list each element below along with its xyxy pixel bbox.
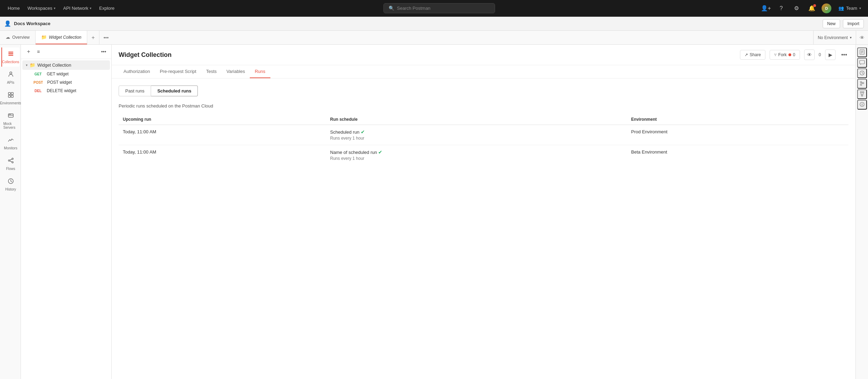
svg-rect-7 xyxy=(11,95,13,97)
svg-point-28 xyxy=(860,91,862,93)
fork-label: Fork xyxy=(778,52,787,57)
overview-tab[interactable]: ☁ Overview xyxy=(0,31,36,44)
apis-icon xyxy=(7,71,14,80)
collection-title: Widget Collection xyxy=(119,51,736,59)
collection-tab[interactable]: 📁 Widget Collection xyxy=(36,31,87,44)
team-label: Team xyxy=(846,6,857,11)
left-icon-bar: Collections APIs Environments xyxy=(0,45,21,379)
variables-tab[interactable]: Variables xyxy=(222,65,250,78)
settings-button[interactable]: ⚙ xyxy=(791,3,802,14)
collection-name: Widget Collection xyxy=(37,63,71,68)
overview-tab-label: Overview xyxy=(12,35,30,40)
request-item-delete-widget[interactable]: DEL DELETE widget xyxy=(22,87,110,95)
collections-icon xyxy=(7,50,14,59)
add-collection-button[interactable]: + xyxy=(24,47,33,56)
new-button[interactable]: New xyxy=(823,19,840,28)
gear-icon: ⚙ xyxy=(794,5,799,12)
svg-rect-8 xyxy=(8,114,13,117)
home-label: Home xyxy=(8,6,20,11)
upcoming-run-column-header: Upcoming run xyxy=(119,114,326,125)
runs-tab[interactable]: Runs xyxy=(250,65,270,78)
scheduled-run-name-2: Name of scheduled run xyxy=(330,150,377,155)
run-row-2-env: Beta Environment xyxy=(627,145,848,165)
team-button[interactable]: 👥 Team ▾ xyxy=(836,4,864,12)
env-label: No Environment xyxy=(818,35,848,40)
invite-button[interactable]: 👤+ xyxy=(760,3,771,14)
workspace-icon: 👤 xyxy=(4,20,11,27)
sidebar-item-collections[interactable]: Collections xyxy=(1,47,20,67)
branch-icon xyxy=(859,81,865,87)
request-item-post-widget[interactable]: POST POST widget xyxy=(22,78,110,87)
eye-icon: 👁 xyxy=(860,35,865,40)
collection-tab-label: Widget Collection xyxy=(49,35,81,40)
team-chevron-icon: ▾ xyxy=(859,6,861,10)
notifications-button[interactable]: 🔔 xyxy=(806,3,817,14)
sidebar-item-apis[interactable]: APIs xyxy=(1,68,20,87)
avatar: D xyxy=(822,3,831,13)
get-widget-label: GET widget xyxy=(47,72,68,76)
collection-header: Widget Collection ↗ Share ⑂ Fork 0 👁 0 ▶… xyxy=(112,45,855,65)
right-fork-button[interactable] xyxy=(857,89,867,99)
explore-button[interactable]: Explore xyxy=(96,3,118,13)
right-info-button[interactable] xyxy=(857,100,867,110)
filter-button[interactable]: ≡ xyxy=(34,47,43,56)
mock-servers-icon xyxy=(7,112,14,121)
docs-icon xyxy=(859,49,865,56)
env-chevron-icon: ▾ xyxy=(850,36,852,39)
monitors-label: Monitors xyxy=(4,146,17,150)
runs-description: Periodic runs scheduled on the Postman C… xyxy=(119,103,848,109)
fork-button[interactable]: ⑂ Fork 0 xyxy=(770,50,800,60)
flows-label: Flows xyxy=(6,167,15,171)
invite-icon: 👤+ xyxy=(761,5,771,12)
run-button[interactable]: ▶ xyxy=(825,50,836,60)
collection-tree: ▾ 📁 Widget Collection GET GET widget POS… xyxy=(21,59,111,379)
run-row-2-schedule: Name of scheduled run ✔ Runs every 1 hou… xyxy=(326,145,627,165)
sidebar-item-monitors[interactable]: Monitors xyxy=(1,134,20,153)
add-tab-button[interactable]: + xyxy=(87,31,99,44)
api-network-button[interactable]: API Network ▾ xyxy=(60,3,95,13)
request-item-get-widget[interactable]: GET GET widget xyxy=(22,70,110,78)
share-button[interactable]: ↗ Share xyxy=(740,50,765,60)
right-branch-button[interactable] xyxy=(857,79,867,89)
environment-column-header: Environment xyxy=(627,114,848,125)
panel-more-button[interactable]: ••• xyxy=(99,47,108,56)
get-method-badge: GET xyxy=(32,72,44,76)
runs-toggle: Past runs Scheduled runs xyxy=(119,86,848,96)
help-button[interactable]: ? xyxy=(776,3,787,14)
sidebar-item-flows[interactable]: Flows xyxy=(1,154,20,173)
view-button[interactable]: 👁 xyxy=(804,50,815,60)
sidebar-item-environments[interactable]: Environments xyxy=(1,89,20,108)
runs-content: Past runs Scheduled runs Periodic runs s… xyxy=(112,79,855,379)
right-history-button[interactable] xyxy=(857,68,867,78)
home-button[interactable]: Home xyxy=(4,3,23,13)
scheduled-run-name: Scheduled run xyxy=(330,129,359,135)
workspaces-chevron-icon: ▾ xyxy=(54,6,55,10)
env-eye-button[interactable]: 👁 xyxy=(856,31,868,44)
search-bar[interactable]: 🔍 xyxy=(383,3,495,13)
collection-more-button[interactable]: ••• xyxy=(840,52,848,58)
tab-more-button[interactable]: ••• xyxy=(99,31,113,44)
delete-widget-label: DELETE widget xyxy=(47,88,76,93)
fork-icon: ⑂ xyxy=(774,52,777,57)
history-icon xyxy=(7,178,14,186)
search-input[interactable] xyxy=(397,6,490,11)
right-comments-button[interactable] xyxy=(857,58,867,68)
right-docs-button[interactable] xyxy=(857,47,867,57)
pre-request-script-tab[interactable]: Pre-request Script xyxy=(155,65,201,78)
post-widget-label: POST widget xyxy=(47,80,72,85)
top-nav: Home Workspaces ▾ API Network ▾ Explore … xyxy=(0,0,868,17)
import-button[interactable]: Import xyxy=(843,19,864,28)
tests-tab-label: Tests xyxy=(206,69,217,74)
svg-point-3 xyxy=(10,72,12,74)
authorization-tab[interactable]: Authorization xyxy=(119,65,155,78)
svg-point-29 xyxy=(862,91,864,93)
workspaces-button[interactable]: Workspaces ▾ xyxy=(24,3,59,13)
environment-selector[interactable]: No Environment ▾ xyxy=(813,31,856,44)
sidebar-item-history[interactable]: History xyxy=(1,175,20,194)
sidebar-item-mock-servers[interactable]: Mock Servers xyxy=(1,109,20,132)
notification-dot xyxy=(813,4,816,7)
scheduled-runs-button[interactable]: Scheduled runs xyxy=(151,86,198,96)
collection-tree-item[interactable]: ▾ 📁 Widget Collection xyxy=(22,60,110,70)
past-runs-button[interactable]: Past runs xyxy=(119,86,151,96)
tests-tab[interactable]: Tests xyxy=(201,65,222,78)
